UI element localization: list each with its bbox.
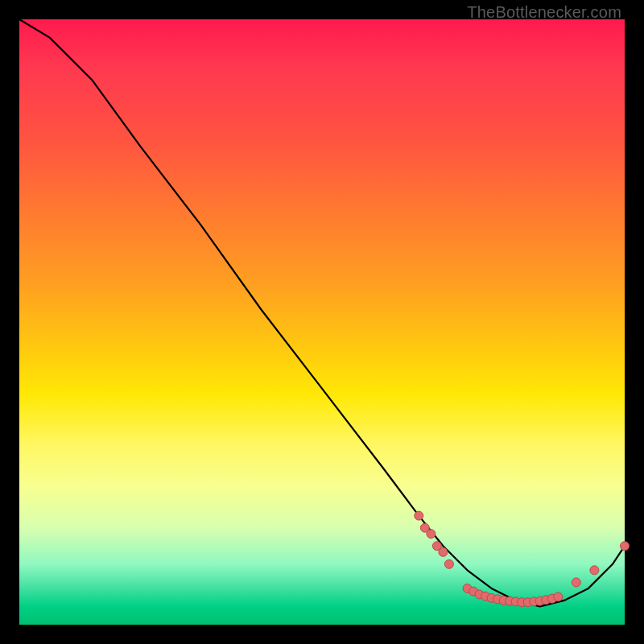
data-point [590,566,599,575]
data-point [554,592,563,601]
data-point [439,547,448,556]
bottleneck-curve [19,19,625,606]
data-point [427,530,436,539]
data-point [444,559,453,568]
data-point [621,542,630,551]
data-points [415,511,630,607]
data-point [572,578,580,587]
data-point [415,511,423,520]
attribution-text: TheBottlenecker.com [467,3,621,22]
chart-area [19,19,625,625]
plot-svg [19,19,625,625]
